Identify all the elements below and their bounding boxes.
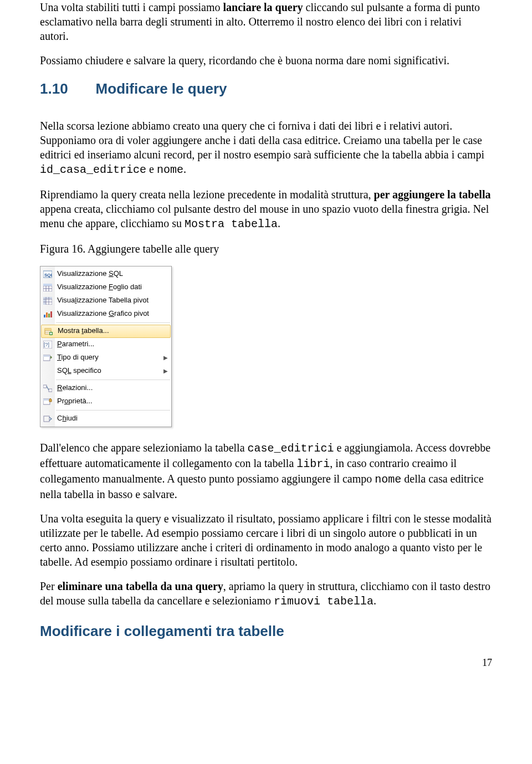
relations-icon [43,383,53,393]
svg-text:[?]: [?] [44,342,49,347]
pivot-table-icon [43,296,53,306]
grid-icon [43,283,53,293]
paragraph: Una volta stabiliti tutti i campi possia… [40,0,492,43]
svg-rect-30 [43,385,47,388]
paragraph: Possiamo chiudere e salvare la query, ri… [40,53,492,68]
menu-item-label: SQL specifico [57,366,160,376]
svg-rect-35 [44,416,49,422]
heading-section: 1.10 Modificare le query [40,80,492,99]
paragraph: Per eliminare una tabella da una query, … [40,579,492,609]
menu-item-label: Proprietà... [57,397,168,406]
svg-rect-22 [45,329,51,330]
svg-text:SQL: SQL [44,273,52,278]
menu-item-label: Chiudi [57,414,168,423]
submenu-arrow-icon: ▶ [163,354,168,361]
svg-rect-18 [50,311,52,317]
svg-rect-34 [43,399,50,401]
menu-item[interactable]: SQLVisualizzazione SQL [40,268,171,281]
params-icon: [?] [43,340,53,350]
add-table-icon [43,326,53,336]
heading-title: Modificare le query [96,80,227,99]
page-number: 17 [0,647,532,675]
menu-separator [56,322,170,323]
context-menu: SQLVisualizzazione SQLVisualizzazione Fo… [40,266,172,427]
menu-item-label: Mostra tabella... [58,326,167,336]
paragraph: Dall'elenco che appare selezioniamo la t… [40,440,492,501]
menu-item[interactable]: Visualizzazione Grafico pivot [40,307,171,321]
figure-caption: Figura 16. Aggiungere tabelle alle query [40,242,492,256]
close-icon [43,414,53,424]
submenu-arrow-icon: ▶ [163,367,168,375]
paragraph: Nella scorsa lezione abbiamo creato una … [40,119,492,177]
svg-rect-17 [48,314,50,317]
paragraph: Una volta eseguita la query e visualizza… [40,511,492,569]
paragraph: Riprendiamo la query creata nella lezion… [40,187,492,232]
svg-rect-16 [46,312,48,317]
sql-icon: SQL [43,269,53,279]
blank-icon [43,366,53,376]
svg-rect-31 [49,389,52,392]
properties-icon [43,397,53,407]
menu-item[interactable]: Relazioni... [40,382,171,395]
svg-rect-10 [43,297,46,305]
menu-item[interactable]: Visualizzazione Tabella pivot [40,294,171,307]
menu-item[interactable]: [?]Parametri... [40,338,171,351]
heading-number: 1.10 [40,80,68,99]
menu-separator [56,410,170,411]
menu-item-label: Visualizzazione SQL [57,269,168,279]
heading-subsection: Modificare i collegamenti tra tabelle [40,622,492,641]
menu-item[interactable]: Proprietà... [40,395,171,408]
menu-item-label: Visualizzazione Grafico pivot [57,309,168,319]
menu-item[interactable]: Chiudi [40,412,171,425]
menu-item[interactable]: SQL specifico▶ [40,365,171,378]
svg-rect-29 [43,355,50,357]
menu-item[interactable]: Tipo di query▶ [40,351,171,365]
menu-item-label: Tipo di query [57,353,160,362]
menu-item[interactable]: Mostra tabella... [41,325,171,338]
menu-item-label: Parametri... [57,340,168,349]
svg-rect-15 [44,315,45,317]
menu-item-label: Visualizzazione Tabella pivot [57,296,168,305]
query-type-icon [43,353,53,363]
menu-item-label: Visualizzazione Foglio dati [57,283,168,292]
svg-rect-7 [43,284,52,286]
chart-icon [43,309,53,319]
svg-line-32 [47,386,49,390]
menu-item-label: Relazioni... [57,383,168,393]
menu-separator [56,380,170,380]
menu-item[interactable]: Visualizzazione Foglio dati [40,281,171,294]
